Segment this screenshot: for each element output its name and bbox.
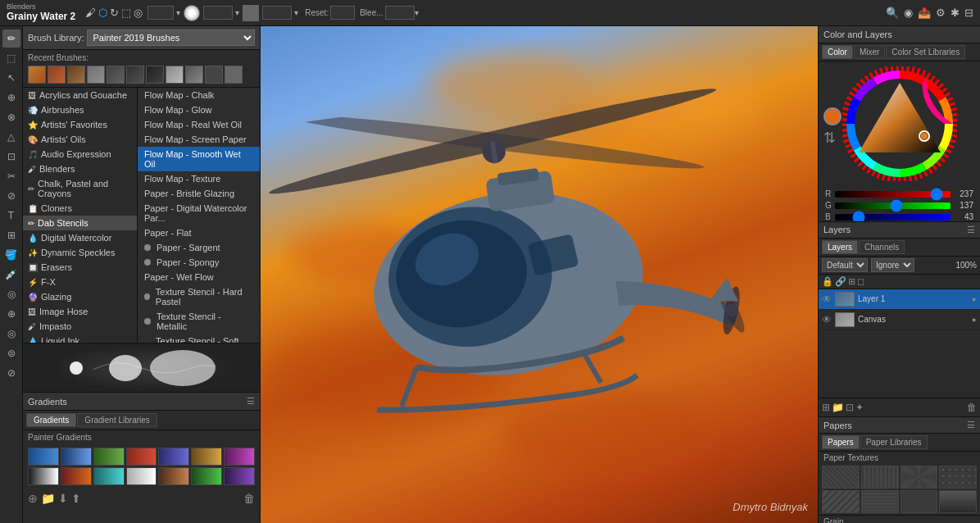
group-layer-icon[interactable]: 📁 xyxy=(832,402,844,413)
cat-blenders[interactable]: 🖌 Blenders xyxy=(23,161,137,176)
g-slider[interactable] xyxy=(835,202,951,209)
grad-swatch-1[interactable] xyxy=(28,448,59,466)
sub-paper-sargent[interactable]: Paper - Sargent xyxy=(138,240,260,255)
recent-brush-6[interactable] xyxy=(126,66,144,84)
grad-swatch-14[interactable] xyxy=(224,467,255,485)
blend-mode-select[interactable]: Default xyxy=(822,258,868,272)
cat-audio[interactable]: 🎵 Audio Expression xyxy=(23,147,137,161)
folder-icon[interactable]: 📁 xyxy=(41,492,55,505)
reset-input[interactable]: 0% xyxy=(330,6,355,20)
papers-tab[interactable]: Papers xyxy=(822,435,860,449)
layer-effects-icon[interactable]: ✦ xyxy=(855,402,864,413)
rotate-icon[interactable]: ↻ xyxy=(110,7,119,19)
mask-layer-icon[interactable]: ⊡ xyxy=(846,402,854,413)
cat-image-hose[interactable]: 🖼 Image Hose xyxy=(23,304,137,319)
sub-flow-screen[interactable]: Flow Map - Screen Paper xyxy=(138,132,260,147)
paper-texture-4[interactable] xyxy=(939,466,977,489)
menu-icon[interactable]: ✱ xyxy=(951,7,960,19)
grad-swatch-7[interactable] xyxy=(224,448,255,466)
liquify-tool[interactable]: ⊜ xyxy=(2,344,20,362)
layer-icon-1[interactable]: 🔒 xyxy=(822,276,833,287)
transform-tool[interactable]: ↖ xyxy=(2,69,20,87)
new-layer-icon[interactable]: ⊞ xyxy=(822,402,830,413)
circle-tool-icon[interactable]: ◎ xyxy=(134,7,143,19)
layer-1-eye-icon[interactable]: 👁 xyxy=(822,293,832,305)
layer-item-canvas[interactable]: 👁 Canvas ▸ xyxy=(819,310,980,330)
cat-erasers[interactable]: 🔲 Erasers xyxy=(23,260,137,275)
recent-brush-5[interactable] xyxy=(107,66,125,84)
paper-texture-5[interactable] xyxy=(822,490,860,513)
sub-flow-smooth[interactable]: Flow Map - Smooth Wet Oil xyxy=(138,147,260,171)
color-expand-icon[interactable]: ⇅ xyxy=(823,129,842,147)
sub-paper-wet-flow[interactable]: Paper - Wet Flow xyxy=(138,270,260,284)
recent-brush-4[interactable] xyxy=(87,66,105,84)
shape-tool[interactable]: △ xyxy=(2,128,20,146)
cat-digital-wc[interactable]: 💧 Digital Watercolor xyxy=(23,230,137,245)
sub-paper-spongy[interactable]: Paper - Spongy xyxy=(138,255,260,270)
cat-airbrushes[interactable]: 💨 Airbrushes xyxy=(23,102,137,117)
grid-tool[interactable]: ⊞ xyxy=(2,226,20,244)
paper-texture-1[interactable] xyxy=(822,466,860,489)
current-color-circle[interactable] xyxy=(823,107,842,125)
clone-tool[interactable]: ⊕ xyxy=(2,305,20,323)
recent-brush-10[interactable] xyxy=(205,66,223,84)
canvas-eye-icon[interactable]: 👁 xyxy=(822,314,832,325)
layer-item-1[interactable]: 👁 Layer 1 ▸ xyxy=(819,289,980,310)
brush-library-select[interactable]: Painter 2019 Brushes xyxy=(87,30,255,46)
navigator-icon[interactable]: ◉ xyxy=(904,7,913,19)
gradients-menu-icon[interactable]: ☰ xyxy=(247,396,255,407)
eyedropper-tool[interactable]: 💉 xyxy=(2,266,20,284)
zoom-out-tool[interactable]: ⊗ xyxy=(2,108,20,126)
grad-swatch-11[interactable] xyxy=(126,467,157,485)
opacity1-input[interactable]: 80% xyxy=(203,6,233,20)
blee-input[interactable]: 100% xyxy=(385,6,415,20)
recent-brush-11[interactable] xyxy=(225,66,243,84)
sub-flow-texture[interactable]: Flow Map - Texture xyxy=(138,171,260,186)
sub-paper-flat[interactable]: Paper - Flat xyxy=(138,225,260,240)
brush-tool-icon[interactable]: 🖌 xyxy=(85,7,96,19)
sub-flow-real-wet[interactable]: Flow Map - Real Wet Oil xyxy=(138,117,260,132)
export-icon[interactable]: ⬆ xyxy=(71,492,81,505)
cat-artists-oils[interactable]: 🎨 Artists' Oils xyxy=(23,132,137,147)
color-tab[interactable]: Color xyxy=(822,45,853,59)
brush-tool[interactable]: ✏ xyxy=(2,30,20,48)
grad-swatch-13[interactable] xyxy=(191,467,222,485)
rect-select-tool[interactable]: ⊡ xyxy=(2,148,20,166)
cat-dab-stencils[interactable]: ✏ Dab Stencils xyxy=(23,216,137,230)
recent-brush-9[interactable] xyxy=(185,66,203,84)
sub-paper-digital[interactable]: Paper - Digital Watercolor Par... xyxy=(138,201,260,225)
paper-libraries-tab[interactable]: Paper Libraries xyxy=(860,435,928,449)
gradient-libraries-tab[interactable]: Gradient Libraries xyxy=(77,413,157,427)
grad-swatch-5[interactable] xyxy=(158,448,189,466)
delete-gradient-icon[interactable]: 🗑 xyxy=(243,492,255,505)
delete-layer-icon[interactable]: 🗑 xyxy=(967,402,977,413)
cat-fx[interactable]: ⚡ F-X xyxy=(23,275,137,289)
b-slider[interactable] xyxy=(835,214,951,221)
settings-icon[interactable]: ⚙ xyxy=(936,7,946,19)
layer-icon-4[interactable]: ◻ xyxy=(857,276,864,287)
grad-swatch-9[interactable] xyxy=(61,467,92,485)
recent-brush-1[interactable] xyxy=(28,66,46,84)
crop-tool[interactable]: ⬚ xyxy=(2,49,20,67)
sub-flow-glow[interactable]: Flow Map - Glow xyxy=(138,102,260,117)
lasso-tool[interactable]: ⊘ xyxy=(2,187,20,205)
crop-icon[interactable]: ⬚ xyxy=(121,7,131,19)
expand-icon[interactable]: ⊟ xyxy=(964,7,973,19)
recent-brush-7[interactable] xyxy=(146,66,164,84)
channels-tab[interactable]: Channels xyxy=(859,240,905,254)
recent-brush-2[interactable] xyxy=(48,66,66,84)
scissors-tool[interactable]: ✂ xyxy=(2,167,20,185)
layer-icon-2[interactable]: 🔗 xyxy=(835,276,846,287)
grad-swatch-12[interactable] xyxy=(158,467,189,485)
search-icon[interactable]: 🔍 xyxy=(886,7,899,19)
paint-bucket-tool[interactable]: 🪣 xyxy=(2,246,20,264)
cat-chalk[interactable]: ✏ Chalk, Pastel and Crayons xyxy=(23,176,137,201)
layer-icon-3[interactable]: ⊞ xyxy=(848,276,855,287)
cat-dynamic[interactable]: ✨ Dynamic Speckles xyxy=(23,245,137,260)
color-set-libraries-tab[interactable]: Color Set Libraries xyxy=(886,45,965,59)
sub-paper-bristle[interactable]: Paper - Bristle Glazing xyxy=(138,186,260,201)
gradients-tab[interactable]: Gradients xyxy=(26,413,76,427)
smudge-tool[interactable]: ◎ xyxy=(2,285,20,303)
paper-texture-6[interactable] xyxy=(861,490,899,513)
color-wheel-container[interactable]: ⇅ xyxy=(819,61,980,186)
